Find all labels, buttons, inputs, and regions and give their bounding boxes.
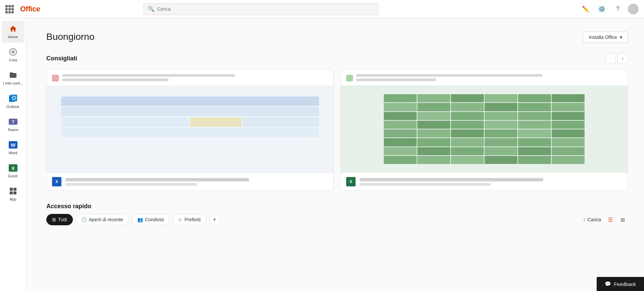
tutti-icon: ⊞ [52,217,56,222]
consigliati-section-header: Consigliati ‹ › [46,53,628,64]
list-view-button[interactable]: ☰ [605,214,616,225]
sidebar: Home Crea I miei cont... [0,18,26,291]
card-1-title-lines [62,74,328,83]
svg-rect-15 [13,191,16,194]
card-2-file-info [360,178,622,186]
card-1-file-name [65,178,249,181]
search-icon: 🔍 [148,6,154,12]
sidebar-label-excel: Excel [8,174,17,178]
office-logo: Office [20,5,40,13]
card-1[interactable]: X [46,69,334,191]
prev-arrow-button[interactable]: ‹ [605,53,616,64]
sidebar-label-create: Crea [9,58,17,62]
svg-rect-4 [11,95,17,101]
card-2-preview [341,85,628,173]
next-arrow-button[interactable]: › [617,53,628,64]
card-1-footer: X [47,173,333,190]
card-2-file-meta [360,183,491,186]
home-icon [8,24,18,34]
sidebar-label-teams: Teams [7,128,18,132]
svg-text:W: W [10,142,15,148]
sidebar-item-word[interactable]: W Word [2,137,25,159]
sidebar-label-home: Home [8,35,18,39]
add-filter-button[interactable]: + [209,214,220,225]
card-1-app-icon [52,75,59,81]
filter-label-tutti: Tutti [58,217,67,222]
svg-rect-14 [10,191,13,194]
app-icon [8,186,18,196]
svg-text:T: T [12,119,14,124]
filter-tab-aperti[interactable]: 🕐 Aperti di recente [76,214,129,225]
accesso-rapido-row: ⊞ Tutti 🕐 Aperti di recente 👥 Condivisi … [46,214,628,225]
chevron-down-icon: ▾ [620,35,622,40]
card-2-header [341,69,628,85]
carica-button[interactable]: ↑ Carica [583,217,601,222]
grid-view-button[interactable]: ⊞ [617,214,628,225]
card-1-file-info [65,178,328,186]
search-bar[interactable]: 🔍 [143,3,378,15]
accesso-right-actions: ↑ Carica ☰ ⊞ [583,214,628,225]
clock-icon: 🕐 [81,217,87,222]
content-area: Installa Office ▾ Buongiorno Consigliati… [26,18,644,291]
outlook-icon [8,94,18,103]
sidebar-label-myfiles: I miei cont... [3,81,23,85]
install-office-button[interactable]: Installa Office ▾ [583,32,628,43]
card-2-title-lines [356,74,622,83]
filter-tab-tutti[interactable]: ⊞ Tutti [46,214,73,225]
filter-tab-preferiti[interactable]: ☆ Preferiti [172,214,206,225]
svg-rect-12 [10,188,13,191]
sidebar-item-app[interactable]: App [2,183,25,205]
user-avatar[interactable] [628,4,639,14]
card-2[interactable]: X [340,69,628,191]
install-label: Installa Office [589,35,617,40]
feedback-label: Feedback [614,281,636,287]
feedback-button[interactable]: 💬 Feedback [597,277,644,291]
folder-icon [8,70,18,80]
view-toggle: ☰ ⊞ [605,214,628,225]
sidebar-label-word: Word [8,151,17,155]
sidebar-label-outlook: Outlook [7,105,19,109]
nav-arrows: ‹ › [605,53,628,64]
filter-label-aperti: Aperti di recente [89,217,123,222]
main-layout: Home Crea I miei cont... [0,18,644,291]
filter-label-preferiti: Preferiti [184,217,200,222]
word-icon: W [8,140,18,150]
excel-preview-1 [61,97,319,162]
sidebar-item-create[interactable]: Crea [2,44,25,66]
topbar-right: ✏️ ⚙️ ? [580,3,639,15]
svg-rect-13 [13,188,16,191]
consigliati-cards-grid: X [46,69,628,191]
search-input[interactable] [157,6,374,12]
share-icon: 👥 [137,217,143,222]
create-icon [8,47,18,57]
apps-grid-icon[interactable] [5,5,13,13]
upload-icon: ↑ [583,217,586,222]
sidebar-item-outlook[interactable]: Outlook [2,91,25,112]
filter-tabs: ⊞ Tutti 🕐 Aperti di recente 👥 Condivisi … [46,214,220,225]
card-2-file-icon: X [346,177,356,186]
consigliati-title: Consigliati [46,55,77,62]
greeting-heading: Buongiorno [46,32,628,42]
card-2-footer: X [341,173,628,190]
star-icon: ☆ [178,217,182,222]
feedback-icon: 💬 [605,281,611,287]
topbar: Office 🔍 ✏️ ⚙️ ? [0,0,644,18]
card-1-header [47,69,333,85]
filter-label-condivisi: Condivisi [145,217,164,222]
accesso-rapido-title: Accesso rapido [46,203,91,210]
teams-icon: T [8,117,18,126]
sidebar-item-teams[interactable]: T Teams [2,114,25,135]
card-1-file-icon: X [52,177,61,186]
card-2-app-icon [346,75,353,81]
filter-tab-condivisi[interactable]: 👥 Condivisi [132,214,170,225]
help-icon[interactable]: ? [612,3,624,15]
card-2-file-name [360,178,543,181]
carica-label: Carica [588,217,601,222]
svg-text:X: X [11,165,14,171]
settings-icon[interactable]: ⚙️ [596,3,608,15]
sidebar-item-excel[interactable]: X Excel [2,160,25,182]
sidebar-label-app: App [10,197,16,201]
sidebar-item-myfiles[interactable]: I miei cont... [2,67,25,89]
sidebar-item-home[interactable]: Home [2,21,25,43]
pen-icon[interactable]: ✏️ [580,3,592,15]
